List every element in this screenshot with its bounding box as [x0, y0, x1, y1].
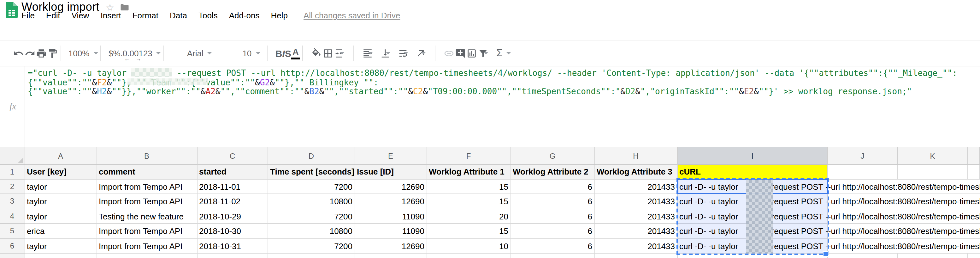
- column-header-E[interactable]: E: [355, 147, 427, 165]
- column-header-I[interactable]: I: [678, 147, 828, 165]
- column-header-J[interactable]: J: [828, 147, 898, 165]
- cell-empty[interactable]: [828, 253, 898, 258]
- cell-comment[interactable]: Testing the new feature: [97, 209, 197, 224]
- cell-attr2[interactable]: 6: [511, 239, 595, 253]
- row-header-2[interactable]: 2: [0, 179, 25, 194]
- row-header-1[interactable]: 1: [0, 165, 25, 179]
- cell-attr3[interactable]: 201433: [595, 224, 678, 239]
- cell-started[interactable]: 2018-10-31: [197, 239, 268, 253]
- cell-empty[interactable]: [97, 253, 197, 258]
- cell-empty[interactable]: [595, 253, 678, 258]
- row-header-3[interactable]: 3: [0, 194, 25, 209]
- cell-issue-id[interactable]: 11090: [355, 209, 427, 224]
- cell-comment[interactable]: Import from Tempo API: [97, 194, 197, 209]
- column-header-G[interactable]: G: [511, 147, 595, 165]
- cell-time-spent[interactable]: 10800: [268, 224, 355, 239]
- row-header-4[interactable]: 4: [0, 209, 25, 224]
- menu-item-insert[interactable]: Insert: [95, 11, 127, 20]
- cell-attr2[interactable]: 6: [511, 194, 595, 209]
- text-color-button[interactable]: A: [291, 47, 300, 59]
- header-cell-C[interactable]: started: [197, 165, 268, 179]
- print-button[interactable]: [35, 47, 47, 59]
- cell-attr1[interactable]: 10: [427, 239, 511, 253]
- font-size-select[interactable]: 10: [238, 48, 265, 58]
- cell-attr2[interactable]: 6: [511, 224, 595, 239]
- column-header-B[interactable]: B: [97, 147, 197, 165]
- cell-issue-id[interactable]: 12690: [355, 239, 427, 253]
- select-all-corner[interactable]: [0, 147, 25, 165]
- star-icon[interactable]: ☆: [106, 2, 114, 12]
- cell-attr3[interactable]: 201433: [595, 179, 678, 194]
- cell-time-spent[interactable]: 7200: [268, 179, 355, 194]
- column-header-D[interactable]: D: [268, 147, 355, 165]
- column-header-K[interactable]: K: [898, 147, 968, 165]
- formula-bar[interactable]: fx ="curl -D- -u taylor --request POST -…: [0, 66, 980, 148]
- header-cell-B[interactable]: comment: [97, 165, 197, 179]
- chevron-down-icon[interactable]: [484, 52, 489, 54]
- bold-button[interactable]: B: [275, 48, 282, 58]
- cell-attr2[interactable]: 6: [511, 179, 595, 194]
- column-header-H[interactable]: H: [595, 147, 678, 165]
- header-cell-H[interactable]: Worklog Attribute 3: [595, 165, 678, 179]
- cell-started[interactable]: 2018-11-02: [197, 194, 268, 209]
- fill-handle[interactable]: [823, 251, 829, 257]
- fill-color-button[interactable]: [311, 47, 322, 59]
- header-cell-D[interactable]: Time spent [seconds]: [268, 165, 355, 179]
- chevron-down-icon[interactable]: [404, 52, 409, 54]
- cell-K1[interactable]: [898, 165, 968, 179]
- zoom-select[interactable]: 100%: [69, 48, 98, 58]
- menu-item-help[interactable]: Help: [265, 11, 294, 20]
- format-percent-button[interactable]: %: [113, 48, 120, 58]
- cell-attr1[interactable]: 15: [427, 194, 511, 209]
- cell-attr2[interactable]: 6: [511, 209, 595, 224]
- insert-link-icon[interactable]: [443, 47, 455, 59]
- menu-item-addons[interactable]: Add-ons: [223, 11, 265, 20]
- cell-attr1[interactable]: 15: [427, 224, 511, 239]
- cell-attr3[interactable]: 201433: [595, 209, 678, 224]
- column-header-F[interactable]: F: [427, 147, 511, 165]
- undo-button[interactable]: [13, 47, 24, 59]
- cell-empty[interactable]: [898, 253, 968, 258]
- cell-L1[interactable]: [968, 165, 980, 179]
- cell-time-spent[interactable]: 7200: [268, 239, 355, 253]
- cell-comment[interactable]: Import from Tempo API: [97, 179, 197, 194]
- format-currency-button[interactable]: $: [108, 48, 113, 58]
- cell-issue-id[interactable]: 11090: [355, 224, 427, 239]
- cell-attr3[interactable]: 201433: [595, 194, 678, 209]
- cell-attr3[interactable]: 201433: [595, 239, 678, 253]
- header-cell-A[interactable]: User [key]: [25, 165, 97, 179]
- insert-comment-button[interactable]: [455, 47, 466, 59]
- cell-comment[interactable]: Import from Tempo API: [97, 224, 197, 239]
- cell-user[interactable]: taylor: [25, 179, 97, 194]
- borders-button[interactable]: [322, 47, 334, 59]
- cell-empty[interactable]: [355, 253, 427, 258]
- paint-format-button[interactable]: [47, 47, 58, 59]
- save-status[interactable]: All changes saved in Drive: [304, 11, 400, 20]
- header-cell-G[interactable]: Worklog Attribute 2: [511, 165, 595, 179]
- column-header-A[interactable]: A: [25, 147, 97, 165]
- insert-chart-button[interactable]: [466, 47, 477, 59]
- strikethrough-button[interactable]: S: [285, 48, 291, 58]
- cell-user[interactable]: erica: [25, 224, 97, 239]
- chevron-down-icon[interactable]: [368, 52, 373, 54]
- cell-issue-id[interactable]: 12690: [355, 179, 427, 194]
- header-cell-F[interactable]: Worklog Attribute 1: [427, 165, 511, 179]
- menu-item-data[interactable]: Data: [164, 11, 193, 20]
- chevron-down-icon[interactable]: [386, 52, 391, 54]
- cell-started[interactable]: 2018-10-30: [197, 224, 268, 239]
- cell-empty[interactable]: [511, 253, 595, 258]
- cell-empty[interactable]: [268, 253, 355, 258]
- chevron-down-icon[interactable]: [340, 52, 345, 54]
- column-header-C[interactable]: C: [197, 147, 268, 165]
- number-format-select[interactable]: 123: [138, 48, 161, 58]
- row-header-5[interactable]: 5: [0, 224, 25, 239]
- menu-item-format[interactable]: Format: [127, 11, 164, 20]
- menu-item-view[interactable]: View: [66, 11, 95, 20]
- cell-user[interactable]: taylor: [25, 239, 97, 253]
- redo-button[interactable]: [24, 47, 35, 59]
- font-family-select[interactable]: Arial: [172, 48, 228, 58]
- column-header-partial[interactable]: [968, 147, 980, 165]
- cell-started[interactable]: 2018-11-01: [197, 179, 268, 194]
- cell-empty[interactable]: [197, 253, 268, 258]
- header-cell-curl[interactable]: cURL: [678, 165, 828, 179]
